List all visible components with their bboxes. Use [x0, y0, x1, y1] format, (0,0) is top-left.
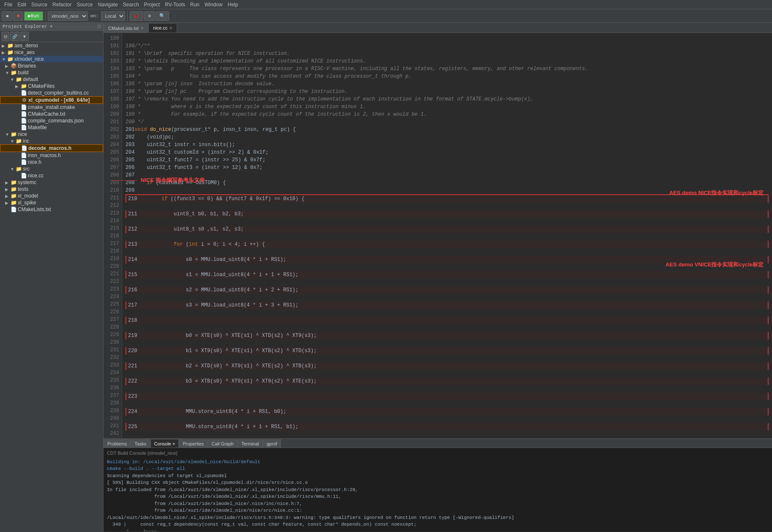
tree-xl-cpumodel[interactable]: ⚙ xl_cpumodel - [x86_64/le]: [0, 96, 103, 104]
tree-nice-aes[interactable]: ▶ 📁 nice_aes: [0, 49, 103, 56]
pe-link-btn[interactable]: 🔗: [10, 32, 19, 41]
tab-cmakelists[interactable]: CMakeLists.txt ✕: [104, 23, 148, 33]
tab-nice-cc[interactable]: nice.cc ✕: [148, 23, 177, 33]
menu-source[interactable]: Source: [29, 1, 50, 8]
toolbar-sep1: [45, 11, 46, 21]
tab-bar: CMakeLists.txt ✕ nice.cc ✕: [104, 23, 772, 33]
code-content[interactable]: 190/*/** 191 * \brief specific operation…: [122, 33, 772, 438]
toolbar-target-select[interactable]: Local: [101, 11, 125, 21]
menu-edit[interactable]: Edit: [15, 1, 29, 8]
pe-toolbar: ⊟ 🔗 ▼: [0, 31, 103, 42]
console-line-11: | ^~~~~: [107, 528, 769, 532]
menu-refactor[interactable]: Refactor: [50, 1, 74, 8]
tree-nice-h[interactable]: 📄 nice.h: [0, 159, 103, 166]
pe-title: Project Explorer ×: [3, 24, 53, 29]
tree-decode-macros[interactable]: 📄 decode_macros.h: [0, 144, 103, 152]
tree-tests[interactable]: ▶ 📁 tests: [0, 186, 103, 193]
toolbar-on-label: on:: [89, 14, 101, 19]
toolbar: ◀ ■ ▶ Run xlmodel_nice on: Local 🐞 ⚙ 🔍: [0, 9, 772, 23]
bottom-panel: Problems Tasks Console × Properties Call…: [104, 438, 772, 531]
tree-cmakecache[interactable]: 📄 CMakeCache.txt: [0, 111, 103, 117]
pe-collapse-btn[interactable]: ⊟: [2, 32, 9, 41]
console-line-9: /Local/xuzt/ide/xlmodel_nice/.xl_spike/i…: [107, 514, 769, 521]
console-line-1: Building in: /Local/xuzt/ide/xlmodel_nic…: [107, 459, 769, 466]
console-content[interactable]: CDT Build Console [xlmodel_nice] Buildin…: [104, 448, 772, 531]
pe-minimize[interactable]: □: [98, 24, 101, 29]
pe-header: Project Explorer × □: [0, 23, 103, 31]
code-editor[interactable]: 190191192193194 195196197198199 20020120…: [104, 33, 772, 438]
console-line-7: from /Local/xuzt/ide/xlmodel_nice/.nice/…: [107, 500, 769, 508]
console-line-10: 348 | const reg_t dependency(const reg_t…: [107, 521, 769, 528]
bottom-tab-tasks[interactable]: Tasks: [131, 439, 150, 448]
tree-src[interactable]: ▼ 📁 src: [0, 166, 103, 172]
console-line-5: In file included from /Local/xuzt/ide/xl…: [107, 486, 769, 494]
tree-compile-commands[interactable]: 📄 compile_commands.json: [0, 117, 103, 124]
right-panel: CMakeLists.txt ✕ nice.cc ✕ 1901911921931…: [104, 23, 772, 532]
toolbar-sep2: [127, 11, 128, 21]
toolbar-settings-btn[interactable]: ⚙: [144, 11, 155, 21]
toolbar-stop-btn[interactable]: ■: [13, 11, 24, 21]
menu-run[interactable]: Run: [188, 1, 202, 8]
toolbar-project-select[interactable]: xlmodel_nice: [48, 11, 88, 21]
bottom-tab-terminal[interactable]: Terminal: [237, 439, 263, 448]
tree-detect-compiler[interactable]: 📄 detect_compiler_builtins.cc: [0, 90, 103, 96]
tree-inc[interactable]: ▼ 📁 inc: [0, 138, 103, 144]
tree-insn-macros[interactable]: 📄 insn_macros.h: [0, 152, 103, 159]
tree-default[interactable]: ▼ 📁 default: [0, 76, 103, 83]
tree-xl-model[interactable]: ▶ 📁 xl_model: [0, 193, 103, 199]
menu-search[interactable]: Search: [120, 1, 142, 8]
console-line-8: from /Local/xuzt/ide/xlmodel_nice/nice/s…: [107, 507, 769, 514]
menu-rvtools[interactable]: RV-Tools: [162, 1, 188, 8]
toolbar-back-btn[interactable]: ◀: [2, 11, 12, 21]
tree-xlmodel-nice[interactable]: ▼ 📁 xlmodel_nice: [0, 56, 103, 62]
annotation-vnice-demo: AES demo VNICE指令实现和cycle标定: [666, 261, 764, 269]
tree-nice-cc[interactable]: 📄 nice.cc: [0, 172, 103, 179]
tab-cmakelists-close[interactable]: ✕: [140, 26, 144, 30]
annotation-nice-header: NICE 指令编写参考头文件: [112, 176, 205, 184]
tree-binaries[interactable]: ▶ 📦 Binaries: [0, 62, 103, 69]
pe-filter-btn[interactable]: ▼: [20, 32, 29, 41]
console-line-6: from /Local/xuzt/ide/xlmodel_nice/.xl_sp…: [107, 493, 769, 500]
menu-navigate[interactable]: Navigate: [95, 1, 120, 8]
bottom-tab-problems[interactable]: Problems: [104, 439, 131, 448]
toolbar-run-btn[interactable]: ▶ Run: [24, 11, 43, 21]
tree-build[interactable]: ▼ 📁 build: [0, 69, 103, 76]
tree-makefile-build[interactable]: 📄 Makefile: [0, 124, 103, 131]
tree-xl-spike[interactable]: ▶ 📁 xl_spike: [0, 199, 103, 206]
tree-cmakelists[interactable]: 📄 CMakeLists.txt: [0, 206, 103, 213]
bottom-tab-properties[interactable]: Properties: [179, 439, 207, 448]
console-line-3: Scanning dependencies of target xl_cpumo…: [107, 472, 769, 480]
bottom-tab-console[interactable]: Console ×: [150, 439, 179, 448]
toolbar-search-btn[interactable]: 🔍: [155, 11, 169, 21]
menu-project[interactable]: Project: [142, 1, 162, 8]
tree-cmake-install[interactable]: 📄 cmake_install.cmake: [0, 104, 103, 111]
tree-nice[interactable]: ▼ 📁 nice: [0, 131, 103, 138]
tree-cmakefiles[interactable]: ▶ 📁 CMakeFiles: [0, 83, 103, 90]
menu-window[interactable]: Window: [202, 1, 225, 8]
menu-source2[interactable]: Source: [74, 1, 95, 8]
console-line-4: [ 50%] Building CXX object CMakeFiles/xl…: [107, 479, 769, 486]
annotation-aes-demo: AES demo NICE指令实现和cycle标定: [669, 189, 764, 197]
menu-file[interactable]: File: [2, 1, 15, 8]
bottom-tab-gprof[interactable]: gprof: [263, 439, 281, 448]
console-header: CDT Build Console [xlmodel_nice]: [107, 450, 769, 457]
tab-nice-cc-close[interactable]: ✕: [169, 26, 172, 30]
tree-systemc[interactable]: ▶ 📁 systemc: [0, 179, 103, 186]
line-numbers: 190191192193194 195196197198199 20020120…: [104, 33, 122, 438]
menubar: File Edit Source Refactor Source Navigat…: [0, 0, 772, 9]
project-explorer: Project Explorer × □ ⊟ 🔗 ▼ ▶ 📁 aes_demo …: [0, 23, 104, 532]
toolbar-debug-btn[interactable]: 🐞: [130, 11, 143, 21]
bottom-tab-callgraph[interactable]: Call Graph: [208, 439, 238, 448]
console-line-2: cmake --build . --target all: [107, 465, 769, 472]
main-layout: Project Explorer × □ ⊟ 🔗 ▼ ▶ 📁 aes_demo …: [0, 23, 772, 532]
menu-help[interactable]: Help: [225, 1, 241, 8]
bottom-tabs: Problems Tasks Console × Properties Call…: [104, 439, 772, 448]
tree-aes-demo[interactable]: ▶ 📁 aes_demo: [0, 42, 103, 49]
pe-tree: ▶ 📁 aes_demo ▶ 📁 nice_aes ▼ 📁 xlmodel_ni…: [0, 42, 103, 532]
